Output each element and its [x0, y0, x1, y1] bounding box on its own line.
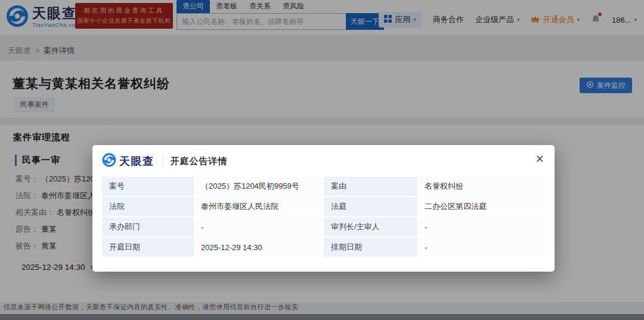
cell-label: 排期日期	[324, 238, 417, 257]
cell-label: 案由	[324, 177, 417, 196]
cell-label: 承办部门	[102, 217, 194, 236]
cell-value: 2025-12-29 14:30	[194, 238, 324, 257]
modal-header: 天眼查 开庭公告详情 ×	[92, 145, 555, 176]
cell-label: 法庭	[324, 197, 417, 216]
modal-logo-text: 天眼查	[119, 154, 154, 168]
cell-label: 审判长/主审人	[324, 217, 417, 236]
cell-label: 开庭日期	[102, 238, 194, 257]
cell-label: 法院	[102, 197, 194, 216]
tianyancha-logo-icon	[102, 153, 116, 170]
cell-value: -	[417, 217, 545, 236]
modal-title: 开庭公告详情	[171, 156, 228, 167]
table-row: 承办部门 - 审判长/主审人 -	[102, 217, 545, 236]
cell-value: 泰州市姜堰区人民法院	[194, 197, 324, 216]
cell-value: （2025）苏1204民初9959号	[194, 177, 324, 196]
cell-value: 二办公区第四法庭	[417, 197, 545, 216]
cell-value: -	[417, 238, 545, 257]
hearing-detail-modal: 天眼查 开庭公告详情 × 案号 （2025）苏1204民初9959号 案由 名誉…	[92, 145, 555, 272]
table-row: 法院 泰州市姜堰区人民法院 法庭 二办公区第四法庭	[102, 197, 545, 216]
divider	[162, 156, 163, 167]
close-icon[interactable]: ×	[534, 150, 546, 168]
hearing-detail-table: 案号 （2025）苏1204民初9959号 案由 名誉权纠纷 法院 泰州市姜堰区…	[102, 177, 545, 257]
table-row: 案号 （2025）苏1204民初9959号 案由 名誉权纠纷	[102, 177, 545, 196]
cell-value: 名誉权纠纷	[417, 177, 545, 196]
cell-value: -	[194, 217, 324, 236]
table-row: 开庭日期 2025-12-29 14:30 排期日期 -	[102, 238, 545, 257]
cell-label: 案号	[102, 177, 194, 196]
page: 天眼查 TianYanCha.com 都在用的商业查询工具 国家中小企业发展子基…	[0, 0, 644, 320]
